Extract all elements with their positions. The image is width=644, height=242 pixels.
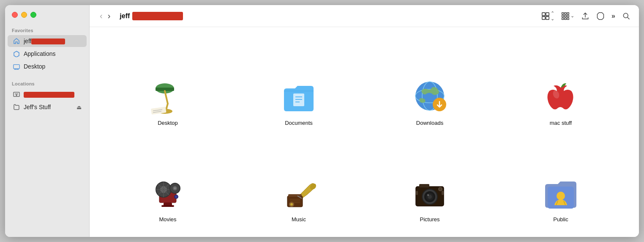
file-item-pictures[interactable]: Pictures [364, 132, 495, 228]
sidebar-home-label: jeff [24, 38, 65, 44]
app-grid-view-button[interactable]: ⌄ [561, 12, 574, 20]
search-button[interactable] [622, 12, 630, 20]
svg-rect-5 [546, 12, 549, 15]
close-button[interactable] [12, 12, 18, 18]
disk-icon [13, 91, 20, 98]
nav-buttons: ‹ › [98, 10, 112, 22]
app-grid-chevron[interactable]: ⌄ [570, 13, 574, 19]
toolbar-icons: ⌃⌄ ⌄ [541, 11, 630, 22]
svg-rect-4 [542, 12, 545, 15]
tag-button[interactable] [596, 12, 605, 20]
svg-rect-64 [419, 184, 429, 187]
applications-icon [13, 50, 20, 58]
svg-rect-10 [567, 12, 569, 14]
forward-button[interactable]: › [106, 10, 112, 22]
svg-rect-0 [14, 65, 19, 69]
svg-line-18 [628, 17, 630, 19]
file-item-documents[interactable]: Documents [233, 36, 364, 132]
grid-sort-chevron[interactable]: ⌃⌄ [551, 11, 554, 22]
sidebar-disk-label [24, 91, 74, 98]
desktop-label: Desktop [158, 120, 178, 127]
documents-icon [280, 78, 318, 116]
svg-point-17 [623, 13, 628, 18]
movies-label: Movies [159, 216, 176, 223]
file-item-mac-stuff[interactable]: mac stuff [495, 36, 626, 132]
svg-rect-7 [546, 16, 549, 19]
svg-rect-16 [567, 18, 569, 19]
svg-rect-11 [562, 15, 564, 16]
file-item-movies[interactable]: Movies [102, 132, 233, 228]
svg-rect-14 [562, 18, 564, 19]
svg-rect-55 [288, 194, 302, 197]
minimize-button[interactable] [21, 12, 27, 18]
public-icon [542, 175, 580, 213]
home-icon [13, 37, 20, 45]
svg-point-3 [16, 95, 17, 96]
maximize-button[interactable] [30, 12, 36, 18]
sidebar-desktop-label: Desktop [24, 63, 45, 70]
downloads-icon [411, 78, 449, 116]
svg-rect-12 [565, 15, 566, 16]
svg-point-74 [557, 192, 565, 200]
svg-rect-51 [161, 205, 174, 207]
svg-rect-8 [562, 12, 564, 14]
movies-icon [149, 175, 187, 213]
grid-view-button[interactable]: ⌃⌄ [541, 11, 554, 22]
svg-point-71 [439, 188, 442, 190]
file-grid: Desktop Docum [90, 27, 639, 237]
svg-rect-73 [442, 191, 444, 195]
sidebar-applications-label: Applications [24, 50, 56, 57]
pictures-icon [411, 175, 449, 213]
music-icon [280, 175, 318, 213]
finder-window: Favorites jeff Applications [5, 5, 639, 237]
svg-rect-72 [416, 191, 418, 195]
sidebar-item-applications[interactable]: Applications [8, 48, 87, 60]
share-button[interactable] [581, 12, 589, 20]
eject-icon[interactable]: ⏏ [76, 104, 82, 110]
sidebar-item-disk-redacted[interactable] [8, 88, 87, 100]
mac-stuff-icon [542, 78, 580, 116]
svg-point-58 [290, 203, 293, 206]
pictures-label: Pictures [420, 216, 440, 223]
desktop-icon [149, 78, 187, 116]
svg-point-49 [175, 195, 177, 198]
traffic-lights [5, 12, 89, 25]
jeffs-stuff-icon [13, 103, 20, 111]
locations-label: Locations [5, 78, 89, 88]
documents-label: Documents [285, 120, 313, 127]
svg-rect-6 [542, 16, 545, 19]
file-item-desktop[interactable]: Desktop [102, 36, 233, 132]
music-label: Music [292, 216, 306, 223]
sidebar-item-jeffs-stuff[interactable]: Jeff's Stuff ⏏ [8, 101, 87, 113]
svg-rect-9 [565, 12, 566, 14]
svg-point-69 [427, 194, 429, 196]
file-item-music[interactable]: Music [233, 132, 364, 228]
sidebar: Favorites jeff Applications [5, 5, 90, 237]
sidebar-item-desktop[interactable]: Desktop [8, 60, 87, 72]
public-label: Public [553, 216, 568, 223]
toolbar: ‹ › jeff ⌃⌄ [90, 5, 639, 27]
svg-rect-13 [567, 15, 569, 16]
sidebar-jeffs-stuff-label: Jeff's Stuff [24, 104, 51, 110]
title-redacted [132, 12, 183, 20]
file-item-public[interactable]: Public [495, 132, 626, 228]
path-title: jeff [120, 12, 183, 20]
svg-point-47 [174, 187, 176, 189]
favorites-label: Favorites [5, 25, 89, 35]
back-button[interactable]: ‹ [98, 10, 104, 22]
file-item-downloads[interactable]: Downloads [364, 36, 495, 132]
mac-stuff-label: mac stuff [550, 120, 572, 127]
downloads-label: Downloads [416, 120, 443, 127]
svg-rect-15 [565, 18, 566, 19]
sidebar-item-home[interactable]: jeff [8, 35, 87, 47]
more-button[interactable]: » [611, 12, 615, 20]
desktop-folder-icon [13, 63, 20, 70]
main-content: ‹ › jeff ⌃⌄ [90, 5, 639, 237]
